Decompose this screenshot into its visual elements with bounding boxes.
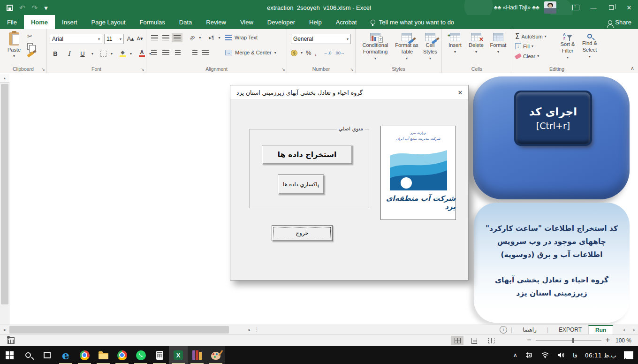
collapse-ribbon-icon[interactable]: ∧ [630, 65, 634, 71]
dialog-close-icon[interactable]: ✕ [452, 85, 468, 100]
task-view-button[interactable] [38, 346, 56, 364]
tab-view[interactable]: View [233, 15, 260, 29]
decrease-decimal-icon[interactable]: .00→ [334, 51, 345, 55]
tray-chevron-icon[interactable]: ∧ [513, 352, 517, 358]
align-left-icon[interactable] [151, 50, 158, 55]
scroll-up-icon[interactable]: ▴ [0, 74, 9, 83]
tab-insert[interactable]: Insert [55, 15, 84, 29]
format-dropdown-icon[interactable]: ▾ [497, 50, 499, 54]
grow-font-icon[interactable]: A▴ [126, 34, 135, 43]
taskbar-paint[interactable] [206, 346, 225, 364]
exit-button[interactable]: خروج [272, 225, 333, 241]
taskbar-whatsapp[interactable] [131, 346, 150, 364]
fill-dropdown-icon[interactable]: ▾ [532, 44, 533, 48]
clock[interactable]: ب.ظ 06:11 [585, 352, 616, 359]
ribbon-display-options-icon[interactable] [567, 0, 585, 15]
taskbar-calculator[interactable] [150, 346, 169, 364]
borders-dropdown-icon[interactable]: ▾ [111, 52, 113, 56]
minimize-button[interactable]: — [585, 0, 602, 15]
insert-dropdown-icon[interactable]: ▾ [454, 50, 456, 54]
zoom-in-icon[interactable]: + [606, 336, 610, 344]
number-format-combo[interactable]: General ▾ [291, 34, 351, 44]
tab-data[interactable]: Data [172, 15, 199, 29]
extract-data-button[interactable]: استخراج داده ها [262, 145, 352, 164]
sort-filter-button[interactable]: AZ Sort & Filter ▾ [557, 33, 578, 60]
dialog-title-bar[interactable]: گروه احیاء و تعادل بخشي آبهاي زیرزمیني ا… [230, 85, 468, 100]
conditional-formatting-button[interactable]: ≠ Conditional Formatting ▾ [358, 33, 392, 61]
cut-icon[interactable]: ✂ [27, 33, 32, 40]
autosum-dropdown-icon[interactable]: ▾ [545, 34, 547, 38]
merge-center-dropdown-icon[interactable]: ▾ [274, 51, 276, 55]
fill-color-dropdown-icon[interactable]: ▾ [130, 52, 132, 56]
underline-icon[interactable]: U [78, 49, 87, 58]
orientation-dropdown-icon[interactable]: ▾ [199, 36, 201, 40]
vertical-scrollbar[interactable]: ▴ [0, 74, 9, 325]
number-format-dropdown-icon[interactable]: ▾ [347, 37, 349, 41]
sheet-tab-run[interactable]: Run [588, 325, 613, 334]
accounting-format-icon[interactable]: $ [291, 50, 297, 56]
percent-style-icon[interactable]: % [306, 49, 311, 56]
alignment-dialog-launcher[interactable]: ↘ [281, 67, 285, 72]
avatar[interactable] [544, 1, 556, 14]
zoom-level[interactable]: 100 % [615, 337, 631, 344]
find-select-button[interactable]: Find & Select ▾ [580, 33, 600, 59]
format-cells-button[interactable]: Format ▾ [488, 33, 509, 54]
start-button[interactable] [0, 346, 19, 364]
tab-split-handle[interactable]: ⋮ [254, 325, 260, 334]
wrap-text-button[interactable]: Wrap Text [225, 35, 258, 40]
tab-help[interactable]: Help [302, 15, 329, 29]
copy-icon[interactable] [27, 43, 33, 50]
increase-indent-icon[interactable] [190, 50, 197, 55]
user-name[interactable]: ♣♣ «Hadi Taji» ♣♣ [494, 4, 539, 11]
text-direction-dropdown-icon[interactable]: ▾ [219, 36, 220, 40]
decrease-indent-icon[interactable] [202, 50, 209, 55]
hscroll-left-icon[interactable]: ◂ [0, 325, 8, 334]
vertical-scrollbar-thumb[interactable] [1, 84, 8, 304]
sheet-tab-export[interactable]: EXPORT [552, 325, 588, 334]
clear-button[interactable]: Clear ▾ [515, 52, 539, 61]
taskbar-chrome[interactable] [75, 346, 94, 364]
paste-button[interactable]: Paste ▾ [4, 29, 24, 58]
horizontal-scrollbar[interactable] [8, 325, 245, 334]
font-size-combo[interactable]: 11 ▾ [104, 34, 124, 44]
find-select-dropdown-icon[interactable]: ▾ [589, 54, 591, 59]
run-code-button[interactable]: اجرای کد [Ctrl+r] [516, 92, 590, 144]
sheet-tab-rahnama[interactable]: راهنما [516, 325, 543, 334]
close-button[interactable]: ✕ [620, 0, 638, 15]
speaker-icon[interactable] [557, 352, 565, 358]
zoom-out-icon[interactable]: − [527, 336, 531, 344]
number-dialog-launcher[interactable]: ↘ [350, 67, 354, 72]
conditional-formatting-dropdown-icon[interactable]: ▾ [374, 56, 376, 61]
undo-icon[interactable]: ↶ [19, 4, 25, 11]
macro-record-icon[interactable] [8, 337, 15, 344]
new-sheet-button[interactable]: + [500, 326, 507, 334]
tab-acrobat[interactable]: Acrobat [329, 15, 364, 29]
taskbar-chrome-2[interactable] [113, 346, 131, 364]
tell-me-box[interactable]: Tell me what you want to do [364, 15, 461, 29]
increase-decimal-icon[interactable]: ←.0 [324, 51, 332, 55]
align-center-icon[interactable] [162, 50, 169, 55]
font-size-dropdown-icon[interactable]: ▾ [120, 37, 122, 41]
orientation-icon[interactable]: ab [189, 34, 196, 42]
font-family-dropdown-icon[interactable]: ▾ [98, 37, 100, 41]
insert-cells-button[interactable]: + Insert ▾ [446, 33, 464, 54]
format-as-table-dropdown-icon[interactable]: ▾ [406, 56, 408, 61]
format-painter-icon[interactable] [27, 52, 34, 58]
page-layout-view-icon[interactable] [468, 336, 480, 345]
cell-styles-button[interactable]: Cell Styles ▾ [420, 33, 440, 61]
wifi-icon[interactable] [541, 352, 549, 358]
delete-cells-button[interactable]: ✕ Delete ▾ [466, 33, 486, 54]
redo-icon[interactable]: ↷ [32, 4, 38, 11]
cell-styles-dropdown-icon[interactable]: ▾ [429, 56, 431, 61]
clear-dropdown-icon[interactable]: ▾ [537, 54, 539, 58]
tab-page-layout[interactable]: Page Layout [84, 15, 133, 29]
save-icon[interactable] [7, 5, 13, 11]
taskbar-search-button[interactable] [19, 346, 38, 364]
align-right-icon[interactable] [174, 50, 181, 55]
power-plug-icon[interactable] [525, 352, 533, 358]
sort-filter-dropdown-icon[interactable]: ▾ [567, 55, 569, 60]
fill-color-icon[interactable]: ◆ [120, 50, 126, 57]
align-middle-icon[interactable] [162, 35, 169, 40]
align-bottom-icon[interactable] [174, 35, 181, 40]
bold-icon[interactable]: B [51, 49, 60, 58]
